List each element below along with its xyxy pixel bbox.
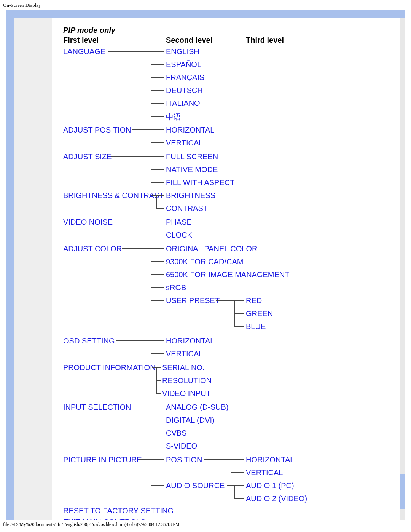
document-page: PIP mode only First level Second level T… <box>52 18 402 520</box>
l2-vn-clock: CLOCK <box>166 231 192 240</box>
footer-path: file:///D|/My%20documents/dfu/J/english/… <box>0 520 411 531</box>
l1-picture-in-picture: PICTURE IN PICTURE <box>63 455 142 464</box>
l2-language-espanol: ESPAÑOL <box>166 60 201 69</box>
second-level-header: Second level <box>166 36 212 45</box>
l1-language: LANGUAGE <box>63 47 105 56</box>
l2-is-digital: DIGITAL (DVI) <box>166 416 215 425</box>
l2-language-deutsch: DEUTSCH <box>166 86 203 95</box>
l2-osd-vertical: VERTICAL <box>166 350 203 358</box>
l2-pi-serial: SERIAL NO. <box>162 363 205 372</box>
l1-product-information: PRODUCT INFORMATION <box>63 363 156 372</box>
l3-pip-audio2: AUDIO 2 (VIDEO) <box>246 494 307 503</box>
l2-language-italiano: ITALIANO <box>166 99 200 108</box>
third-level-header: Third level <box>246 36 284 45</box>
l1-reset: RESET TO FACTORY SETTING <box>63 506 174 515</box>
l1-adjust-color: ADJUST COLOR <box>63 244 122 253</box>
scrollbar-thumb[interactable] <box>400 474 405 509</box>
l2-adjsize-full: FULL SCREEN <box>166 152 218 161</box>
l3-up-blue: BLUE <box>246 322 266 331</box>
l1-exit: EXIT MAIN CONTROLS <box>63 518 145 520</box>
l2-adjsize-native: NATIVE MODE <box>166 165 218 174</box>
l2-bc-brightness: BRIGHTNESS <box>166 191 215 200</box>
l1-video-noise: VIDEO NOISE <box>63 218 113 227</box>
l2-pi-videoinput: VIDEO INPUT <box>162 389 211 398</box>
l3-pip-audio1: AUDIO 1 (PC) <box>246 481 294 490</box>
l3-pip-pos-horizontal: HORIZONTAL <box>246 455 294 464</box>
l2-vn-phase: PHASE <box>166 218 192 227</box>
l2-ac-9300k: 9300K FOR CAD/CAM <box>166 257 243 266</box>
l2-ac-user-preset: USER PRESET <box>166 296 220 305</box>
l2-language-chinese: 中语 <box>166 112 181 122</box>
l2-adjpos-horizontal: HORIZONTAL <box>166 126 214 134</box>
l2-pi-resolution: RESOLUTION <box>162 376 212 385</box>
l2-pip-position: POSITION <box>166 455 202 464</box>
l2-is-svideo: S-VIDEO <box>166 442 197 451</box>
l3-up-red: RED <box>246 296 262 305</box>
scrollbar-track[interactable] <box>400 18 405 520</box>
l2-ac-srgb: sRGB <box>166 283 186 292</box>
first-level-header: First level <box>63 36 99 45</box>
l1-adjust-size: ADJUST SIZE <box>63 152 112 161</box>
page-title: On-Screen Display <box>0 0 411 10</box>
pip-mode-header: PIP mode only <box>63 26 115 35</box>
l1-osd-setting: OSD SETTING <box>63 337 115 345</box>
l3-pip-pos-vertical: VERTICAL <box>246 468 283 477</box>
l1-adjust-position: ADJUST POSITION <box>63 126 131 134</box>
l2-is-analog: ANALOG (D-SUB) <box>166 403 228 412</box>
l2-language-francais: FRANÇAIS <box>166 73 204 82</box>
l2-ac-6500k: 6500K FOR IMAGE MANAGEMENT <box>166 270 290 279</box>
l1-input-selection: INPUT SELECTION <box>63 403 131 412</box>
l2-bc-contrast: CONTRAST <box>166 204 208 213</box>
l2-is-cvbs: CVBS <box>166 429 186 438</box>
l2-adjpos-vertical: VERTICAL <box>166 139 203 147</box>
l2-adjsize-fill: FILL WITH ASPECT <box>166 178 234 187</box>
l2-language-english: ENGLISH <box>166 47 199 56</box>
l3-up-green: GREEN <box>246 309 273 318</box>
l2-ac-original: ORIGINAL PANEL COLOR <box>166 244 257 253</box>
l2-pip-audio-source: AUDIO SOURCE <box>166 481 225 490</box>
osd-tree-diagram: PIP mode only First level Second level T… <box>52 18 356 516</box>
document-frame: PIP mode only First level Second level T… <box>6 10 405 520</box>
l1-brightness-contrast: BRIGHTNESS & CONTRAST <box>63 191 164 200</box>
l2-osd-horizontal: HORIZONTAL <box>166 337 214 345</box>
